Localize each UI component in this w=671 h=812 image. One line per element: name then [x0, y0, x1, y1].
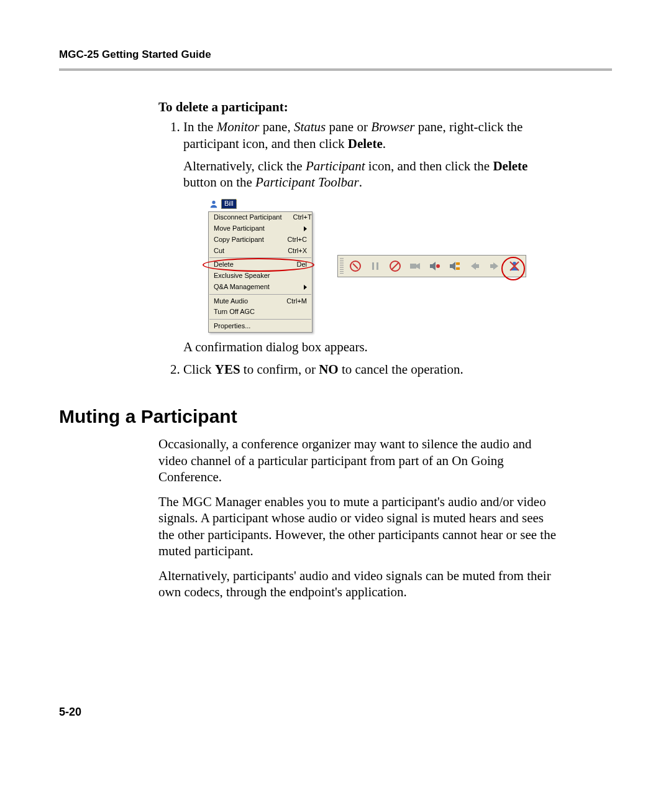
- ctx-item-label: Exclusive Speaker: [214, 272, 270, 280]
- ctx-item-label: Delete: [214, 261, 234, 269]
- running-header: MGC-25 Getting Started Guide: [59, 48, 612, 61]
- text: to cancel the operation.: [339, 362, 463, 377]
- text: .: [383, 136, 386, 151]
- svg-rect-6: [410, 264, 416, 269]
- ctx-item-shortcut: Ctrl+C: [288, 236, 307, 244]
- svg-marker-7: [416, 263, 420, 269]
- confirmation-text: A confirmation dialog box appears.: [183, 339, 556, 355]
- svg-line-5: [391, 262, 399, 270]
- toolbar-mute-button[interactable]: [426, 258, 444, 274]
- muting-para-2: The MGC Manager enables you to mute a pa…: [158, 494, 556, 559]
- text: .: [359, 175, 362, 190]
- svg-rect-3: [377, 262, 378, 270]
- text-bold: Delete: [493, 159, 527, 173]
- text-italic: Monitor: [217, 119, 260, 134]
- participant-row: Bill: [208, 199, 313, 209]
- ctx-item-copy[interactable]: Copy ParticipantCtrl+C: [209, 234, 312, 246]
- ctx-item-move[interactable]: Move Participant: [209, 223, 312, 234]
- svg-rect-14: [476, 264, 479, 268]
- text: pane,: [260, 119, 294, 134]
- text: icon, and then click the: [365, 159, 493, 173]
- submenu-arrow-icon: [304, 285, 307, 290]
- text: In the: [183, 119, 217, 134]
- text-italic: Status: [294, 119, 326, 134]
- step-1: In the Monitor pane, Status pane or Brow…: [183, 119, 556, 355]
- participant-name-selected: Bill: [221, 199, 237, 209]
- figure-row: Bill Disconnect ParticipantCtrl+T Move P…: [208, 199, 556, 333]
- ctx-item-turn-off-agc[interactable]: Turn Off AGC: [209, 307, 312, 318]
- participant-toolbar: [337, 255, 526, 277]
- toolbar-pause-button[interactable]: [366, 258, 385, 274]
- ctx-item-shortcut: Ctrl+X: [288, 247, 307, 256]
- svg-marker-10: [450, 262, 455, 270]
- toolbar-delete-button[interactable]: [505, 258, 524, 274]
- toolbar-suspend-button[interactable]: [445, 258, 464, 274]
- svg-marker-15: [493, 262, 498, 270]
- ctx-separator: [209, 257, 311, 258]
- ctx-item-disconnect[interactable]: Disconnect ParticipantCtrl+T: [209, 212, 312, 223]
- toolbar-video-button[interactable]: [406, 258, 424, 274]
- delete-participant-subhead: To delete a participant:: [158, 99, 556, 115]
- svg-marker-13: [471, 262, 476, 270]
- text: Alternatively, click the: [183, 159, 306, 173]
- ctx-item-label: Disconnect Participant: [214, 213, 281, 222]
- text: Click: [183, 362, 215, 377]
- ctx-item-shortcut: Del: [296, 261, 307, 269]
- text-bold: NO: [319, 362, 339, 377]
- ctx-item-label: Turn Off AGC: [214, 308, 255, 316]
- ctx-item-label: Move Participant: [214, 224, 265, 233]
- ctx-item-cut[interactable]: CutCtrl+X: [209, 246, 312, 257]
- context-menu: Disconnect ParticipantCtrl+T Move Partic…: [208, 211, 313, 333]
- ctx-item-mute-audio[interactable]: Mute AudioCtrl+M: [209, 296, 312, 307]
- toolbar-grip-icon: [340, 258, 344, 274]
- ctx-separator: [209, 319, 311, 320]
- toolbar-disconnect-button[interactable]: [386, 258, 404, 274]
- ctx-item-label: Properties...: [214, 322, 250, 331]
- toolbar-move-right-button[interactable]: [485, 258, 504, 274]
- ctx-item-delete[interactable]: DeleteDel: [209, 259, 312, 270]
- participant-icon: [209, 199, 218, 209]
- text: pane or: [326, 119, 371, 134]
- ctx-item-label: Cut: [214, 247, 224, 256]
- muting-para-3: Alternatively, participants' audio and v…: [158, 568, 556, 601]
- ctx-item-properties[interactable]: Properties...: [209, 321, 312, 332]
- ctx-item-exclusive-speaker[interactable]: Exclusive Speaker: [209, 270, 312, 282]
- text: to confirm, or: [240, 362, 319, 377]
- alt-paragraph: Alternatively, click the Participant ico…: [183, 158, 556, 191]
- muting-para-1: Occasionally, a conference organizer may…: [158, 436, 556, 485]
- page-number: 5-20: [59, 706, 81, 719]
- svg-rect-2: [372, 262, 374, 270]
- svg-rect-12: [456, 267, 460, 270]
- text-italic: Browser: [371, 119, 414, 134]
- ctx-item-qa-management[interactable]: Q&A Management: [209, 282, 312, 293]
- text-bold: YES: [215, 362, 240, 377]
- text: button on the: [183, 175, 255, 190]
- toolbar-move-left-button[interactable]: [465, 258, 484, 274]
- muting-section-heading: Muting a Participant: [59, 406, 612, 427]
- ctx-item-shortcut: Ctrl+T: [293, 213, 311, 222]
- header-rule: [59, 68, 612, 71]
- ctx-item-label: Copy Participant: [214, 236, 264, 244]
- text-italic: Participant: [306, 159, 365, 173]
- ctx-item-shortcut: Ctrl+M: [286, 297, 307, 306]
- text-bold: Delete: [348, 136, 383, 151]
- svg-marker-8: [430, 262, 436, 270]
- step-2: Click YES to confirm, or NO to cancel th…: [183, 361, 556, 377]
- svg-point-9: [436, 264, 440, 268]
- ctx-separator: [209, 294, 311, 295]
- ctx-item-label: Q&A Management: [214, 283, 270, 292]
- toolbar-connect-button[interactable]: [346, 258, 365, 274]
- text-italic: Participant Toolbar: [255, 175, 359, 190]
- svg-rect-16: [490, 264, 493, 268]
- ctx-item-label: Mute Audio: [214, 297, 248, 306]
- delete-steps-list: In the Monitor pane, Status pane or Brow…: [158, 119, 556, 377]
- submenu-arrow-icon: [304, 226, 307, 231]
- svg-rect-11: [456, 262, 460, 265]
- context-menu-figure: Bill Disconnect ParticipantCtrl+T Move P…: [208, 199, 313, 333]
- svg-point-0: [212, 201, 215, 204]
